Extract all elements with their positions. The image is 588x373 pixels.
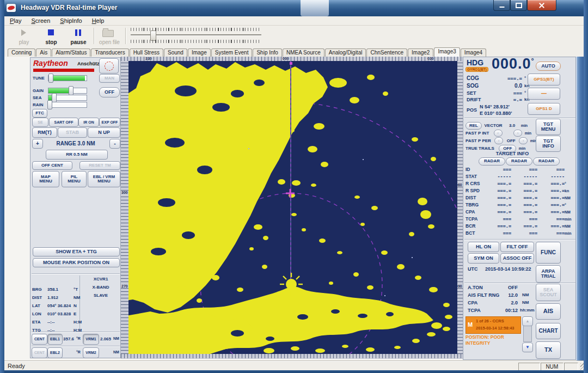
sym-on-button[interactable]: SYM ON: [468, 253, 499, 264]
north-up-button[interactable]: N UP: [88, 127, 120, 138]
func-button[interactable]: FUNC: [536, 242, 561, 264]
tab-image[interactable]: Image: [188, 48, 211, 57]
vrm1-button[interactable]: VRM1: [83, 334, 99, 345]
bearing-label-030: 030: [427, 57, 434, 60]
tab-conning[interactable]: Conning: [8, 48, 35, 57]
tab-ais[interactable]: Ais: [36, 48, 51, 57]
sea-scout-button[interactable]: SEASCOUT: [536, 284, 561, 301]
source-dash-button[interactable]: —: [528, 88, 560, 100]
tgt-info-button[interactable]: TGTINFO: [536, 136, 561, 152]
status-bar: Ready NUM: [0, 361, 588, 371]
vrm2-button[interactable]: VRM2: [83, 347, 99, 358]
ebl1-bearing: 357.6: [63, 337, 74, 341]
menu-item-help[interactable]: Help: [92, 17, 105, 24]
tab-transducers[interactable]: Transducers: [91, 48, 128, 57]
brand-raytheon: Raytheon: [33, 59, 68, 68]
cent2-button[interactable]: CENT: [32, 347, 47, 358]
toolbar: play stop pause open file: [4, 26, 584, 47]
tab-alarm-status[interactable]: Alarm/Status: [52, 48, 90, 57]
show-eta-ttg-button[interactable]: SHOW ETA + TTG: [33, 247, 120, 256]
cent1-button[interactable]: CENT: [32, 334, 47, 345]
ebl2-button[interactable]: EBL2: [47, 347, 63, 358]
map-menu-button[interactable]: MAPMENU: [32, 171, 59, 187]
scroll-down-button[interactable]: ▼: [522, 343, 533, 352]
hl-on-button[interactable]: HL ON: [468, 242, 499, 252]
tab-nmea-source[interactable]: NMEA Source: [283, 48, 324, 57]
assoc-off-button[interactable]: ASSOC OFF: [500, 253, 534, 264]
radar-target-button-3[interactable]: RADAR: [533, 157, 560, 166]
sart-off-button[interactable]: SART OFF: [49, 118, 78, 127]
sea-slider[interactable]: [48, 95, 87, 101]
ftc-button[interactable]: FTC: [32, 109, 47, 118]
reset-tm-button[interactable]: RESET TM: [79, 161, 120, 170]
cpa-value: 2.0: [496, 300, 518, 305]
ais-filt-label: AIS FILT RNG: [468, 292, 499, 298]
alarm-message-box[interactable]: M 1 of 26 - CCRS 2015-03-14 12:58:43: [465, 316, 521, 334]
arpa-trial-button[interactable]: ARPATRIAL: [536, 265, 561, 283]
auto-button[interactable]: AUTO: [536, 62, 561, 71]
radar-display[interactable]: [128, 61, 457, 354]
stop-button[interactable]: stop: [39, 27, 63, 45]
ebl1-button[interactable]: EBL1: [47, 334, 63, 345]
bearing-label-270: 270: [121, 284, 128, 288]
range-plus-button[interactable]: +: [32, 139, 43, 149]
open-file-button[interactable]: open file: [96, 27, 123, 45]
minimize-button[interactable]: [493, 0, 510, 11]
exp-off-button[interactable]: EXP OFF: [99, 118, 120, 127]
ais-button[interactable]: AIS: [536, 303, 561, 320]
tab-image4[interactable]: Image4: [461, 48, 486, 57]
menu-item-shipinfo[interactable]: ShipInfo: [60, 17, 82, 24]
maximize-button[interactable]: [510, 0, 527, 11]
range-rings-button[interactable]: RR 0.5 NM: [46, 150, 108, 160]
alarm-badge: M: [468, 321, 473, 328]
off-button[interactable]: OFF: [99, 87, 120, 97]
close-icon: [539, 3, 544, 8]
ebl1-unit: °R: [76, 337, 81, 340]
tab-chnsentence[interactable]: ChnSentence: [366, 48, 407, 57]
rain-slider[interactable]: [48, 102, 87, 108]
cursor-lat-label: LAT: [32, 302, 46, 310]
off-cent-button[interactable]: OFF CENT: [32, 161, 72, 170]
ir-on-button[interactable]: IR ON: [78, 118, 99, 127]
scroll-track[interactable]: [523, 326, 532, 342]
radar-frame: 330 000 030 300 270 060 090: [121, 57, 463, 359]
tab-system-event[interactable]: System Event: [211, 48, 253, 57]
toolbar-separator2: [125, 28, 126, 44]
radar-target-button-1[interactable]: RADAR: [479, 157, 505, 166]
tab-analog-digital[interactable]: Analog/Digital: [325, 48, 366, 57]
tab-sound[interactable]: Sound: [164, 48, 187, 57]
cursor-dist-label: DIST: [32, 293, 46, 302]
range-minus-button[interactable]: -: [109, 139, 120, 149]
ebl-vrm-menu-button[interactable]: EBL / VRMMENU: [88, 171, 120, 187]
tx-button[interactable]: TX: [536, 341, 561, 359]
play-button[interactable]: play: [12, 27, 36, 45]
tgt-menu-button[interactable]: TGTMENU: [536, 119, 561, 135]
gps1-bt-button[interactable]: GPS1(BT): [528, 74, 560, 85]
rosette-button[interactable]: [99, 58, 119, 74]
tune-slider[interactable]: [48, 75, 87, 81]
menu-item-play[interactable]: Play: [10, 17, 21, 24]
filt-off-button[interactable]: FILT OFF: [500, 242, 534, 252]
tab-ship-info[interactable]: Ship Info: [253, 48, 281, 57]
pause-button[interactable]: pause: [66, 27, 90, 45]
cursor-dist-unit: NM: [74, 293, 81, 302]
close-button[interactable]: [527, 0, 556, 11]
mouse-park-button[interactable]: MOUSE PARK POSITION ON: [33, 258, 120, 267]
tab-image2[interactable]: Image2: [408, 48, 433, 57]
tab-hull-stress[interactable]: Hull Stress: [130, 48, 163, 57]
pil-menu-button[interactable]: PILMENU: [62, 171, 87, 187]
utc-label: UTC: [468, 266, 478, 272]
sog-label: SOG: [467, 83, 479, 89]
man-button[interactable]: MAN: [99, 74, 120, 83]
stab-button[interactable]: STAB: [58, 127, 87, 138]
se-button[interactable]: SE: [32, 118, 48, 127]
radar-target-button-2[interactable]: RADAR: [506, 157, 532, 166]
rm-button[interactable]: RM(T): [32, 127, 57, 138]
drift-label: DRIFT: [467, 97, 481, 102]
menu-item-screen[interactable]: Screen: [31, 17, 50, 24]
gps1-d-button[interactable]: GPS1 D: [528, 103, 560, 115]
pos-label: POS: [467, 107, 477, 113]
chart-button[interactable]: CHART: [536, 323, 561, 339]
tab-image3[interactable]: Image3: [434, 47, 460, 57]
scroll-up-button[interactable]: ▲: [522, 316, 533, 326]
